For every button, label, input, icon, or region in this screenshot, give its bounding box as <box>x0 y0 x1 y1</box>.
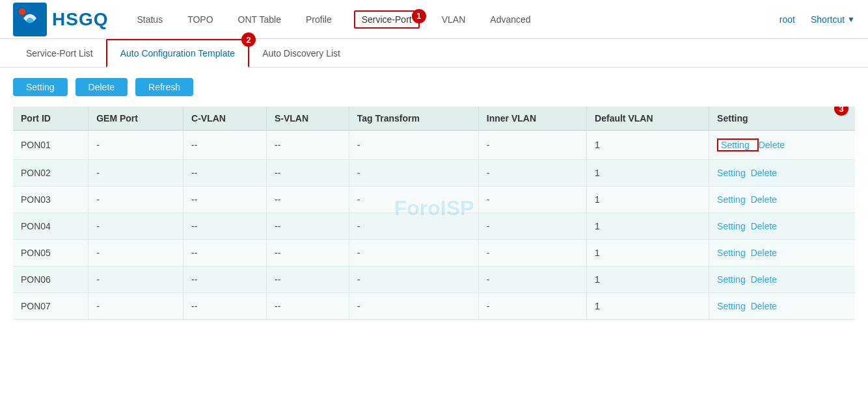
col-default-vlan: Default VLAN <box>587 107 709 131</box>
delete-button[interactable]: Delete <box>75 78 128 96</box>
tab-auto-config-template[interactable]: Auto Configuration Template <box>106 39 249 68</box>
col-setting: Setting 3 <box>709 107 855 131</box>
row-delete-link[interactable]: Delete <box>759 140 785 150</box>
col-inner-vlan: Inner VLAN <box>478 107 586 131</box>
table-action-cell: SettingDelete <box>709 160 855 187</box>
table-cell: -- <box>266 213 349 240</box>
table-cell: -- <box>183 293 267 320</box>
table-cell: 1 <box>587 266 709 293</box>
nav-ont-table[interactable]: ONT Table <box>236 3 284 36</box>
table-cell: - <box>88 131 183 160</box>
tabs-area: Service-Port List Auto Configuration Tem… <box>0 39 868 68</box>
table-row: PON06-------1SettingDelete <box>13 266 855 293</box>
table-cell: -- <box>266 187 349 213</box>
nav-vlan[interactable]: VLAN <box>439 3 468 36</box>
table-cell: -- <box>183 266 267 293</box>
table-cell: -- <box>183 240 267 266</box>
table-action-cell: SettingDelete <box>709 293 855 320</box>
table-cell: - <box>478 266 586 293</box>
table-cell: - <box>478 213 586 240</box>
tab-service-port-list[interactable]: Service-Port List <box>13 40 106 66</box>
row-setting-link[interactable]: Setting <box>717 248 746 258</box>
nav-right: root Shortcut ▼ <box>777 3 855 36</box>
row-delete-link[interactable]: Delete <box>751 221 777 231</box>
col-s-vlan: S-VLAN <box>266 107 349 131</box>
row-delete-link[interactable]: Delete <box>751 301 777 311</box>
table-cell: - <box>349 266 478 293</box>
setting-highlight-box: Setting <box>717 138 759 151</box>
table-cell: PON07 <box>13 293 88 320</box>
table-cell: -- <box>183 131 267 160</box>
table-header-row: Port ID GEM Port C-VLAN S-VLAN Tag Trans… <box>13 107 855 131</box>
table-cell: - <box>88 240 183 266</box>
row-setting-link[interactable]: Setting <box>717 301 746 311</box>
refresh-button[interactable]: Refresh <box>135 78 193 96</box>
table-action-cell: SettingDelete <box>709 131 855 160</box>
logo-icon <box>13 3 47 36</box>
col-port-id: Port ID <box>13 107 88 131</box>
table-action-cell: SettingDelete <box>709 213 855 240</box>
nav-advanced[interactable]: Advanced <box>487 3 533 36</box>
table-cell: PON01 <box>13 131 88 160</box>
data-table: Port ID GEM Port C-VLAN S-VLAN Tag Trans… <box>13 107 855 320</box>
table-cell: -- <box>266 240 349 266</box>
table-cell: - <box>349 160 478 187</box>
table-cell: - <box>478 160 586 187</box>
tab-auto-discovery-list[interactable]: Auto Discovery List <box>249 40 353 66</box>
table-row: PON02-------1SettingDelete <box>13 160 855 187</box>
table-cell: PON06 <box>13 266 88 293</box>
table-cell: - <box>478 187 586 213</box>
table-row: PON04-------1SettingDelete <box>13 213 855 240</box>
table-cell: - <box>349 293 478 320</box>
table-cell: - <box>478 131 586 160</box>
nav-status[interactable]: Status <box>134 3 165 36</box>
row-setting-link[interactable]: Setting <box>717 194 746 205</box>
nav-service-port[interactable]: Service-Port <box>354 10 420 29</box>
row-setting-link[interactable]: Setting <box>717 168 746 178</box>
col-tag-transform: Tag Transform <box>349 107 478 131</box>
row-delete-link[interactable]: Delete <box>751 248 777 258</box>
table-cell: -- <box>183 160 267 187</box>
setting-button[interactable]: Setting <box>13 78 68 96</box>
table-container: Port ID GEM Port C-VLAN S-VLAN Tag Trans… <box>0 107 868 320</box>
table-cell: - <box>478 293 586 320</box>
table-cell: - <box>349 131 478 160</box>
row-setting-link[interactable]: Setting <box>721 140 750 150</box>
col-c-vlan: C-VLAN <box>183 107 267 131</box>
nav-shortcut-label: Shortcut <box>811 14 845 25</box>
nav-shortcut-dropdown[interactable]: Shortcut ▼ <box>811 14 855 25</box>
toolbar: Setting Delete Refresh <box>0 68 868 107</box>
row-delete-link[interactable]: Delete <box>751 168 777 178</box>
table-cell: -- <box>266 266 349 293</box>
table-cell: -- <box>183 213 267 240</box>
table-cell: -- <box>266 293 349 320</box>
nav-root[interactable]: root <box>777 3 798 36</box>
table-cell: 1 <box>587 131 709 160</box>
row-setting-link[interactable]: Setting <box>717 274 746 285</box>
nav-profile[interactable]: Profile <box>303 3 334 36</box>
table-cell: 1 <box>587 187 709 213</box>
table-cell: -- <box>266 131 349 160</box>
table-cell: 1 <box>587 160 709 187</box>
chevron-down-icon: ▼ <box>847 15 855 24</box>
row-delete-link[interactable]: Delete <box>751 274 777 285</box>
table-cell: - <box>88 213 183 240</box>
table-cell: 1 <box>587 293 709 320</box>
logo-text: HSGQ <box>52 9 108 30</box>
header: HSGQ Status TOPO ONT Table Profile Servi… <box>0 0 868 39</box>
badge-1: 1 <box>412 9 426 23</box>
table-cell: - <box>88 187 183 213</box>
row-setting-link[interactable]: Setting <box>717 221 746 231</box>
row-delete-link[interactable]: Delete <box>751 194 777 205</box>
main-nav: Status TOPO ONT Table Profile Service-Po… <box>134 3 776 36</box>
table-cell: - <box>349 213 478 240</box>
table-cell: - <box>349 187 478 213</box>
nav-topo[interactable]: TOPO <box>185 3 215 36</box>
table-cell: - <box>88 266 183 293</box>
table-row: PON01-------1SettingDelete <box>13 131 855 160</box>
table-cell: -- <box>183 187 267 213</box>
table-cell: - <box>478 240 586 266</box>
badge-3: 3 <box>834 107 848 116</box>
table-cell: - <box>88 293 183 320</box>
table-cell: PON02 <box>13 160 88 187</box>
